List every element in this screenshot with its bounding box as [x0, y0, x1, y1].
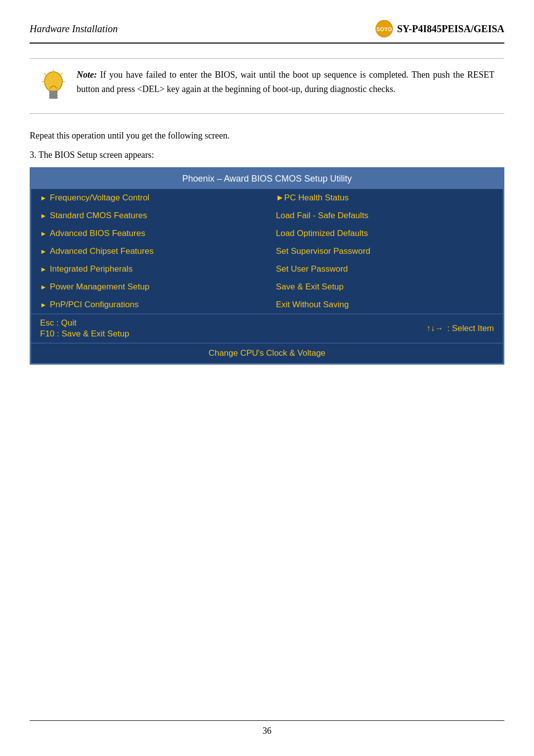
page-footer: 36 — [30, 720, 504, 736]
arrow-icon-r1: ► — [276, 193, 284, 203]
bios-right-item-1[interactable]: ► PC Health Status — [267, 189, 503, 207]
arrow-icon-6: ► — [40, 283, 47, 291]
bios-f10-label: F10 : Save & Exit Setup — [40, 329, 129, 339]
page-header: Hardware Installation SOYO SY-P4I845PEIS… — [30, 20, 504, 44]
body-line1: Repeat this operation until you get the … — [30, 129, 504, 143]
svg-rect-8 — [49, 91, 57, 94]
note-text: Note: If you have failed to enter the BI… — [77, 68, 494, 96]
arrow-icon-4: ► — [40, 247, 47, 255]
bios-left-item-1[interactable]: ► Frequency/Voltage Control — [31, 189, 267, 207]
bios-footer: Esc : Quit F10 : Save & Exit Setup ↑↓→ :… — [31, 314, 503, 343]
bios-left-item-5[interactable]: ► Integrated Peripherals — [31, 260, 267, 278]
soyo-logo-icon: SOYO — [375, 20, 393, 38]
svg-rect-9 — [49, 94, 57, 96]
bios-footer-right: ↑↓→ : Select Item — [427, 324, 494, 333]
bios-right-item-3[interactable]: Load Optimized Defaults — [267, 225, 503, 242]
bios-right-item-2[interactable]: Load Fail - Safe Defaults — [267, 207, 503, 225]
bios-left-item-6[interactable]: ► Power Management Setup — [31, 278, 267, 296]
note-box: Note: If you have failed to enter the BI… — [30, 58, 504, 114]
arrow-icon-5: ► — [40, 265, 47, 273]
lightbulb-svg — [41, 70, 66, 104]
bios-left-item-3[interactable]: ► Advanced BIOS Features — [31, 225, 267, 242]
bios-setup-screen: Phoenix – Award BIOS CMOS Setup Utility … — [30, 167, 504, 365]
bios-footer-left: Esc : Quit F10 : Save & Exit Setup — [40, 318, 129, 339]
bios-esc-label: Esc : Quit — [40, 318, 129, 328]
svg-line-4 — [61, 73, 63, 75]
arrow-icon-3: ► — [40, 230, 47, 237]
bios-right-item-6[interactable]: Save & Exit Setup — [267, 278, 503, 296]
bios-menu-grid: ► Frequency/Voltage Control ► PC Health … — [31, 189, 503, 314]
bios-right-item-7[interactable]: Exit Without Saving — [267, 296, 503, 314]
bios-arrow-keys: ↑↓→ — [427, 324, 444, 333]
note-bold: Note: — [77, 70, 97, 80]
page-number: 36 — [263, 726, 271, 736]
note-body: If you have failed to enter the BIOS, wa… — [77, 70, 494, 94]
bios-left-item-7[interactable]: ► PnP/PCI Configurations — [31, 296, 267, 314]
svg-rect-10 — [49, 96, 57, 98]
bios-left-item-2[interactable]: ► Standard CMOS Features — [31, 207, 267, 225]
bulb-icon — [40, 68, 67, 104]
svg-point-2 — [44, 72, 62, 92]
bios-right-item-4[interactable]: Set Supervisor Password — [267, 242, 503, 260]
bios-status-bar: Change CPU's Clock & Voltage — [31, 343, 503, 363]
header-title-right: SOYO SY-P4I845PEISA/GEISA — [375, 20, 504, 38]
svg-text:SOYO: SOYO — [376, 26, 392, 32]
body-line2: 3. The BIOS Setup screen appears: — [30, 148, 504, 162]
arrow-icon-1: ► — [40, 194, 47, 202]
bios-select-label: : Select Item — [447, 324, 494, 333]
header-title-left: Hardware Installation — [30, 23, 118, 35]
bios-title: Phoenix – Award BIOS CMOS Setup Utility — [31, 169, 503, 189]
bios-right-item-5[interactable]: Set User Password — [267, 260, 503, 278]
header-product-name: SY-P4I845PEISA/GEISA — [397, 23, 504, 35]
bios-left-item-4[interactable]: ► Advanced Chipset Features — [31, 242, 267, 260]
arrow-icon-7: ► — [40, 301, 47, 309]
svg-line-5 — [44, 73, 46, 75]
arrow-icon-2: ► — [40, 212, 47, 220]
